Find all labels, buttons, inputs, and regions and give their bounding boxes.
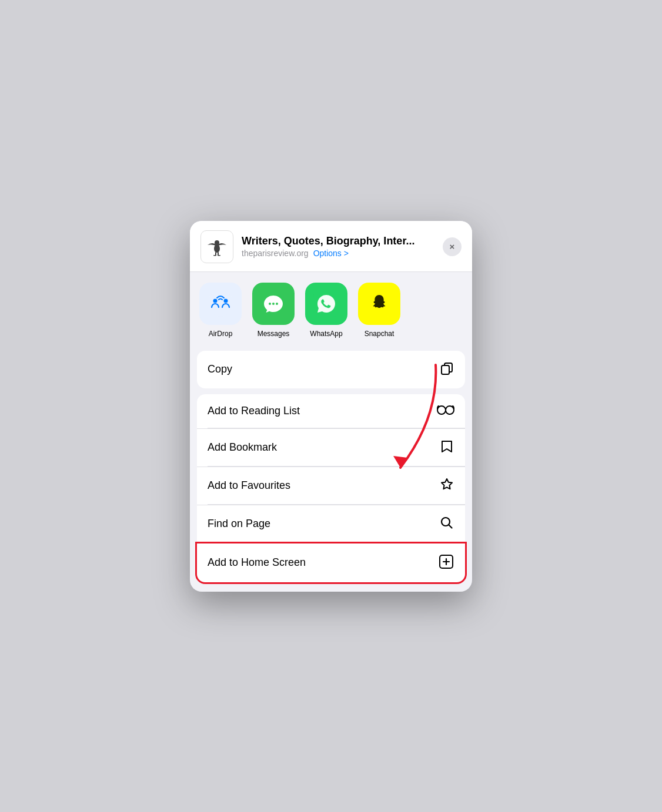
snapchat-icon-wrap — [358, 283, 400, 325]
share-sheet: Writers, Quotes, Biography, Inter... the… — [190, 221, 472, 592]
glasses-icon — [437, 404, 454, 418]
actions-section: Add to Reading List Add Bookmark — [197, 394, 465, 582]
share-item-airdrop[interactable]: AirDrop — [199, 283, 242, 338]
favicon-image — [205, 234, 229, 259]
svg-point-7 — [208, 291, 233, 317]
whatsapp-label: WhatsApp — [310, 330, 342, 338]
copy-row[interactable]: Copy — [197, 351, 465, 388]
svg-point-11 — [269, 303, 271, 305]
copy-label: Copy — [208, 363, 232, 375]
svg-point-9 — [224, 298, 228, 303]
find-on-page-label: Find on Page — [208, 518, 270, 530]
share-apps-row: AirDrop Messages — [190, 272, 472, 345]
copy-icon — [439, 361, 454, 378]
svg-point-19 — [437, 406, 446, 414]
svg-point-13 — [276, 303, 278, 305]
header-url-row: theparisreview.org Options > — [242, 249, 434, 258]
svg-point-8 — [213, 298, 218, 303]
star-icon — [439, 477, 454, 495]
copy-section: Copy — [197, 351, 465, 388]
header-text-block: Writers, Quotes, Biography, Inter... the… — [242, 235, 434, 258]
site-favicon — [200, 230, 233, 263]
airdrop-icon-wrap — [199, 283, 242, 325]
actions-section-wrapper: Add to Reading List Add Bookmark — [197, 394, 465, 582]
reading-list-label: Add to Reading List — [208, 405, 300, 417]
share-item-messages[interactable]: Messages — [252, 283, 295, 338]
find-on-page-row[interactable]: Find on Page — [197, 505, 465, 543]
add-bookmark-row[interactable]: Add Bookmark — [197, 429, 465, 467]
svg-point-12 — [272, 303, 275, 305]
close-button[interactable]: × — [443, 237, 462, 256]
add-to-reading-list-row[interactable]: Add to Reading List — [197, 394, 465, 429]
messages-icon — [260, 291, 286, 317]
messages-icon-wrap — [252, 283, 295, 325]
svg-rect-5 — [213, 255, 216, 256]
airdrop-label: AirDrop — [209, 330, 233, 338]
airdrop-icon — [208, 291, 233, 317]
add-to-favourites-row[interactable]: Add to Favourites — [197, 467, 465, 505]
share-item-snapchat[interactable]: Snapchat — [358, 283, 400, 338]
whatsapp-icon — [313, 291, 339, 317]
bookmark-label: Add Bookmark — [208, 441, 277, 454]
snapchat-label: Snapchat — [365, 330, 394, 338]
add-to-home-screen-row[interactable]: Add to Home Screen — [197, 543, 465, 582]
plus-square-icon — [438, 553, 454, 572]
svg-rect-17 — [442, 365, 449, 374]
svg-rect-6 — [218, 255, 220, 256]
messages-label: Messages — [258, 330, 290, 338]
page-title: Writers, Quotes, Biography, Inter... — [242, 235, 434, 247]
whatsapp-icon-wrap — [305, 283, 347, 325]
search-icon — [439, 515, 454, 533]
book-icon — [439, 439, 454, 457]
share-header: Writers, Quotes, Biography, Inter... the… — [190, 221, 472, 272]
options-link[interactable]: Options > — [313, 249, 349, 258]
favourites-label: Add to Favourites — [208, 479, 290, 492]
snapchat-icon — [366, 291, 392, 317]
share-item-whatsapp[interactable]: WhatsApp — [305, 283, 347, 338]
svg-point-20 — [446, 406, 454, 414]
home-screen-label: Add to Home Screen — [208, 556, 306, 569]
page-url: theparisreview.org — [242, 249, 309, 258]
